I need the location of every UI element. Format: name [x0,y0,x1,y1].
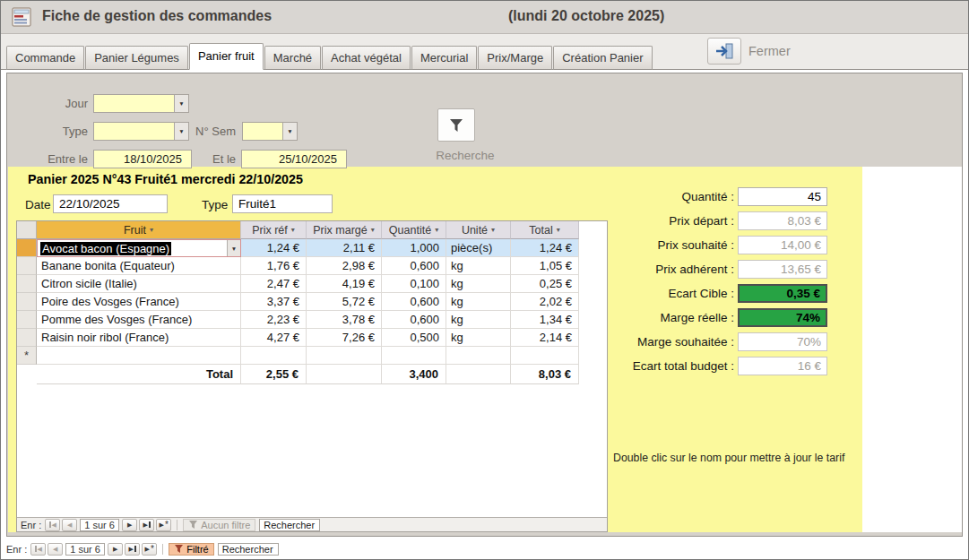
cell-unite[interactable]: kg [446,257,511,275]
cell-total[interactable]: 1,24 € [511,239,579,257]
panier-type-field[interactable]: Fruité1 [232,194,333,213]
cell-unite[interactable]: kg [446,293,511,311]
cell-fruit[interactable]: Citron sicile (Italie) [37,275,241,293]
new-record-button[interactable]: ▶* [142,543,157,556]
semaine-combobox[interactable]: ▼ [242,122,298,141]
fruit-combo-editing[interactable]: Avocat bacon (Espagne)▼ [37,239,241,257]
cell-quantite[interactable]: 0,600 [382,293,446,311]
cell-fruit[interactable]: Banane bonita (Equateur) [37,257,241,275]
column-header-quantite[interactable]: Quantité▾ [382,221,446,239]
previous-record-button[interactable]: ◀ [62,519,77,531]
cell-prix-ref[interactable]: 2,23 € [241,311,307,329]
cell-prix-ref[interactable]: 3,37 € [241,293,307,311]
cell-quantite[interactable]: 0,600 [382,257,446,275]
cell-total[interactable]: 2,02 € [511,293,579,311]
date-from-field[interactable]: 18/10/2025 [93,150,192,168]
chevron-down-icon[interactable]: ▼ [174,95,188,112]
cell-quantite[interactable]: 0,500 [382,329,446,347]
record-position[interactable]: 1 sur 6 [65,543,105,556]
cell-unite[interactable]: kg [446,329,511,347]
cell-prix-marge[interactable]: 4,19 € [307,275,382,293]
cell-prix-ref[interactable]: 4,27 € [241,329,307,347]
panier-date-field[interactable]: 22/10/2025 [53,194,168,213]
quantite-field[interactable]: 45 [738,187,827,206]
cell-prix-marge[interactable]: 7,26 € [307,329,382,347]
chevron-down-icon[interactable]: ▼ [282,123,297,140]
empty-cell[interactable] [37,347,241,365]
tab-mercurial[interactable]: Mercurial [411,46,477,70]
no-filter-indicator[interactable]: Aucun filtre [183,519,255,531]
tab-marche[interactable]: Marché [264,46,321,70]
tab-panier-legumes[interactable]: Panier Légumes [85,46,188,70]
type-combobox[interactable]: ▼ [93,122,189,141]
first-record-button[interactable]: ◀ [30,543,46,556]
cell-quantite[interactable]: 0,600 [382,311,446,329]
cell-unite[interactable]: kg [446,275,511,293]
row-selector[interactable] [17,239,37,257]
column-header-prix-ref[interactable]: Prix réf▾ [241,221,307,239]
prix-depart-label: Prix départ : [581,214,734,228]
tab-creation-panier[interactable]: Création Panier [553,46,652,70]
empty-cell[interactable] [446,347,511,365]
empty-cell[interactable] [511,347,579,365]
main-search-box[interactable]: Rechercher [218,543,279,556]
tab-prix-marge[interactable]: Prix/Marge [478,46,552,70]
et-le-label: Et le [186,152,236,166]
row-selector[interactable] [17,275,37,293]
record-label: Enr : [6,544,27,555]
next-record-button[interactable]: ▶ [122,519,137,531]
recherche-button[interactable] [437,108,475,142]
empty-cell[interactable] [241,347,307,365]
new-record-button[interactable]: ▶* [156,519,171,531]
empty-cell[interactable] [307,347,382,365]
prix-souhaite-label: Prix souhaité : [581,238,734,252]
jour-combobox[interactable]: ▼ [93,94,189,113]
tab-strip: CommandePanier LégumesPanier fruitMarché… [1,34,968,70]
cell-unite[interactable]: kg [446,311,511,329]
row-selector[interactable] [17,311,37,329]
tab-panier-fruit[interactable]: Panier fruit [189,43,264,70]
next-record-button[interactable]: ▶ [108,543,123,556]
cell-fruit[interactable]: Raisin noir ribol (France) [37,329,241,347]
new-record-row-selector[interactable]: * [17,347,37,365]
filtered-indicator[interactable]: Filtré [169,543,213,556]
cell-prix-marge[interactable]: 2,98 € [307,257,382,275]
column-header-prix-marge[interactable]: Prix margé▾ [307,221,382,239]
column-header-total[interactable]: Total▾ [511,221,579,239]
first-record-button[interactable]: ◀ [45,519,60,531]
row-selector[interactable] [17,293,37,311]
cell-quantite[interactable]: 0,100 [382,275,446,293]
cell-prix-marge[interactable]: 3,78 € [307,311,382,329]
row-selector[interactable] [17,329,37,347]
record-position[interactable]: 1 sur 6 [80,519,119,531]
tab-achat-vegetal[interactable]: Achat végétal [322,46,411,70]
ecart-total-budget-field: 16 € [738,357,827,375]
cell-unite[interactable]: pièce(s) [446,239,511,257]
tab-commande[interactable]: Commande [6,46,84,70]
select-all-corner[interactable] [17,221,37,239]
cell-prix-ref[interactable]: 1,76 € [241,257,307,275]
subform-search-box[interactable]: Rechercher [259,519,320,531]
cell-fruit[interactable]: Pomme des Vosges (France) [37,311,241,329]
date-to-field[interactable]: 25/10/2025 [241,150,347,168]
cell-quantite[interactable]: 1,000 [382,239,446,257]
column-header-unite[interactable]: Unité▾ [446,221,511,239]
fermer-button[interactable] [707,38,741,65]
cell-prix-marge[interactable]: 2,11 € [307,239,382,257]
previous-record-button[interactable]: ◀ [48,543,63,556]
empty-cell[interactable] [382,347,446,365]
row-selector[interactable] [17,257,37,275]
prix-adherent-field: 13,65 € [738,260,827,279]
cell-fruit[interactable]: Poire des Vosges (France) [37,293,241,311]
cell-total[interactable]: 2,14 € [511,329,579,347]
cell-prix-marge[interactable]: 5,72 € [307,293,382,311]
last-record-button[interactable]: ▶ [139,519,154,531]
cell-total[interactable]: 1,05 € [511,257,579,275]
column-header-fruit[interactable]: Fruit▾ [37,221,241,239]
cell-prix-ref[interactable]: 1,24 € [241,239,307,257]
cell-total[interactable]: 0,25 € [511,275,579,293]
filter-funnel-icon [174,544,184,554]
cell-total[interactable]: 1,34 € [511,311,579,329]
last-record-button[interactable]: ▶ [125,543,140,556]
cell-prix-ref[interactable]: 2,47 € [241,275,307,293]
